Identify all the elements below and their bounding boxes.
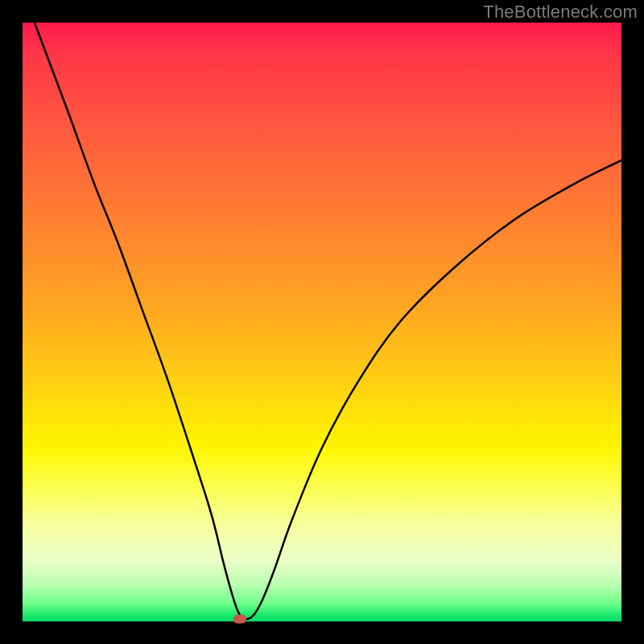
chart-curve-svg [23,23,621,621]
bottleneck-curve-line [35,23,621,619]
chart-frame: TheBottleneck.com [0,0,644,644]
watermark-text: TheBottleneck.com [483,2,638,23]
optimal-point-marker [233,615,246,624]
